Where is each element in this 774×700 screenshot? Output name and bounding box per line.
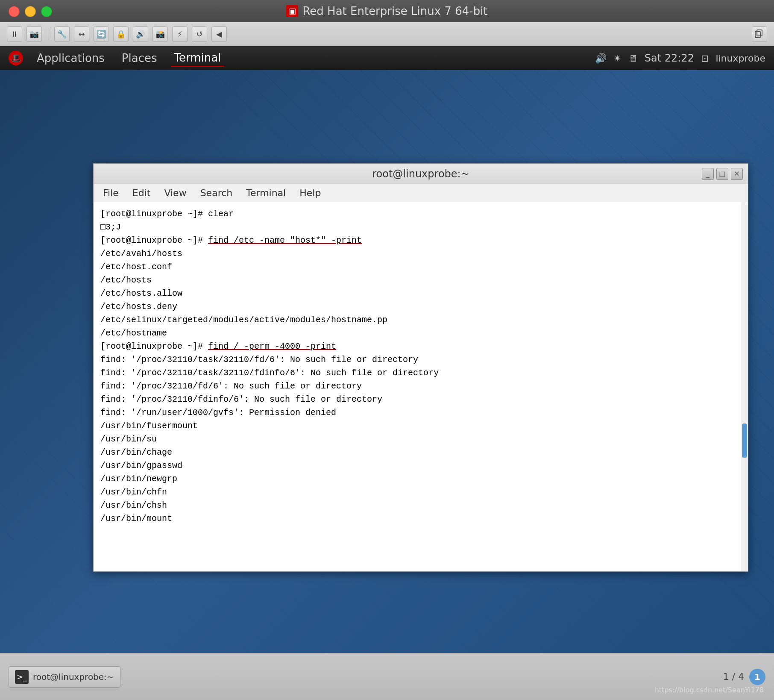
terminal-line-9: /etc/hostname	[100, 326, 741, 340]
close-button[interactable]	[9, 6, 20, 17]
terminal-window: root@linuxprobe:~ _ □ ✕ File Edit View S…	[93, 163, 748, 572]
find-perm-command: find / -perm -4000 -print	[208, 341, 336, 351]
terminal-scrollbar[interactable]	[741, 202, 748, 571]
vm-toolbar: ⏸ 📷 🔧 ↔ 🔄 🔒 🔊 📸 ⚡ ↺ ◀	[0, 22, 774, 46]
search-menu[interactable]: Search	[198, 186, 235, 200]
terminal-line-21: /usr/bin/chfn	[100, 485, 741, 499]
window-title-area: ▣ Red Hat Enterprise Linux 7 64-bit	[286, 5, 487, 18]
rhel-topbar: 🎩 Applications Places Terminal 🔊 ✴ 🖥 Sat…	[0, 46, 774, 70]
terminal-maximize-button[interactable]: □	[716, 168, 728, 180]
lock-button[interactable]: 🔒	[113, 26, 129, 42]
terminal-line-12: find: '/proc/32110/task/32110/fdinfo/6':…	[100, 366, 741, 379]
help-menu[interactable]: Help	[297, 186, 323, 200]
terminal-line-1: □3;J	[100, 221, 741, 234]
terminal-title: root@linuxprobe:~	[372, 168, 469, 180]
wrench-button[interactable]: 🔧	[54, 26, 70, 42]
maximize-button[interactable]	[41, 6, 52, 17]
view-menu[interactable]: View	[161, 186, 189, 200]
terminal-line-4: /etc/host.conf	[100, 260, 741, 274]
find-etc-command: find /etc -name "host*" -print	[208, 235, 362, 245]
taskbar-terminal-item[interactable]: >_ root@linuxprobe:~	[9, 666, 120, 688]
terminal-icon: >_	[17, 672, 27, 681]
watermark: https://blog.csdn.net/SeanYi178	[655, 686, 764, 694]
taskbar-pagination: 1 / 4 1	[723, 669, 765, 685]
refresh-button[interactable]: 🔄	[94, 26, 109, 42]
file-menu[interactable]: File	[100, 186, 121, 200]
terminal-line-22: /usr/bin/chsh	[100, 499, 741, 512]
username[interactable]: linuxprobe	[715, 53, 765, 64]
terminal-line-11: find: '/proc/32110/task/32110/fd/6': No …	[100, 353, 741, 366]
terminal-line-13: find: '/proc/32110/fd/6': No such file o…	[100, 379, 741, 393]
terminal-line-5: /etc/hosts	[100, 274, 741, 287]
edit-menu[interactable]: Edit	[130, 186, 153, 200]
rhel-topbar-right: 🔊 ✴ 🖥 Sat 22:22 ⊡ linuxprobe	[595, 52, 765, 64]
window-title: Red Hat Enterprise Linux 7 64-bit	[302, 5, 487, 18]
traffic-lights[interactable]	[9, 6, 52, 17]
places-menu[interactable]: Places	[118, 50, 161, 66]
terminal-line-7: /etc/hosts.deny	[100, 300, 741, 313]
terminal-menubar: File Edit View Search Terminal Help	[94, 184, 748, 202]
terminal-line-3: /etc/avahi/hosts	[100, 247, 741, 260]
toolbar-separator-1	[48, 28, 48, 41]
desktop: root@linuxprobe:~ _ □ ✕ File Edit View S…	[0, 70, 774, 653]
clock: Sat 22:22	[645, 52, 694, 64]
copy-display-button[interactable]	[752, 26, 767, 42]
loop-button[interactable]: ↺	[192, 26, 207, 42]
vm-titlebar: ▣ Red Hat Enterprise Linux 7 64-bit	[0, 0, 774, 22]
terminal-minimize-button[interactable]: _	[702, 168, 714, 180]
system-icon[interactable]: ⊡	[701, 53, 709, 64]
scrollbar-thumb[interactable]	[742, 424, 747, 458]
terminal-titlebar: root@linuxprobe:~ _ □ ✕	[94, 164, 748, 184]
terminal-line-0: [root@linuxprobe ~]# clear	[100, 207, 741, 221]
terminal-line-10: [root@linuxprobe ~]# find / -perm -4000 …	[100, 340, 741, 353]
terminal-line-14: find: '/proc/32110/fdinfo/6': No such fi…	[100, 393, 741, 406]
terminal-line-18: /usr/bin/chage	[100, 446, 741, 459]
terminal-menu-item[interactable]: Terminal	[243, 186, 288, 200]
snapshot-button[interactable]: 📷	[26, 26, 42, 42]
terminal-line-23: /usr/bin/mount	[100, 512, 741, 525]
bluetooth-icon[interactable]: ✴	[613, 53, 621, 64]
applications-menu[interactable]: Applications	[33, 50, 108, 66]
pagination-text: 1 / 4	[723, 671, 744, 682]
taskbar-item-label: root@linuxprobe:~	[33, 672, 114, 682]
terminal-titlebar-buttons[interactable]: _ □ ✕	[702, 168, 743, 180]
pause-button[interactable]: ⏸	[7, 26, 22, 42]
svg-rect-1	[755, 32, 760, 38]
arrows-button[interactable]: ↔	[74, 26, 89, 42]
terminal-line-19: /usr/bin/gpasswd	[100, 459, 741, 472]
terminal-line-20: /usr/bin/newgrp	[100, 472, 741, 485]
terminal-line-8: /etc/selinux/targeted/modules/active/mod…	[100, 313, 741, 326]
terminal-content-area[interactable]: [root@linuxprobe ~]# clear □3;J [root@li…	[94, 202, 748, 571]
volume-button[interactable]: 🔊	[133, 26, 148, 42]
taskbar-item-icon: >_	[15, 670, 29, 684]
terminal-line-15: find: '/run/user/1000/gvfs': Permission …	[100, 406, 741, 419]
terminal-line-6: /etc/hosts.allow	[100, 287, 741, 300]
terminal-line-17: /usr/bin/su	[100, 432, 741, 446]
usb-button[interactable]: ⚡	[172, 26, 188, 42]
pagination-badge[interactable]: 1	[749, 669, 765, 685]
camera-button[interactable]: 📸	[152, 26, 168, 42]
volume-icon[interactable]: 🔊	[595, 53, 607, 64]
screen-icon[interactable]: 🖥	[628, 53, 638, 64]
vm-icon: ▣	[286, 5, 298, 17]
terminal-menu[interactable]: Terminal	[171, 50, 225, 67]
terminal-line-16: /usr/bin/fusermount	[100, 419, 741, 432]
terminal-close-button[interactable]: ✕	[731, 168, 743, 180]
svg-rect-0	[757, 30, 762, 36]
rhel-logo: 🎩	[9, 51, 23, 65]
minimize-button[interactable]	[25, 6, 36, 17]
arrow-left-button[interactable]: ◀	[211, 26, 227, 42]
terminal-line-2: [root@linuxprobe ~]# find /etc -name "ho…	[100, 234, 741, 247]
